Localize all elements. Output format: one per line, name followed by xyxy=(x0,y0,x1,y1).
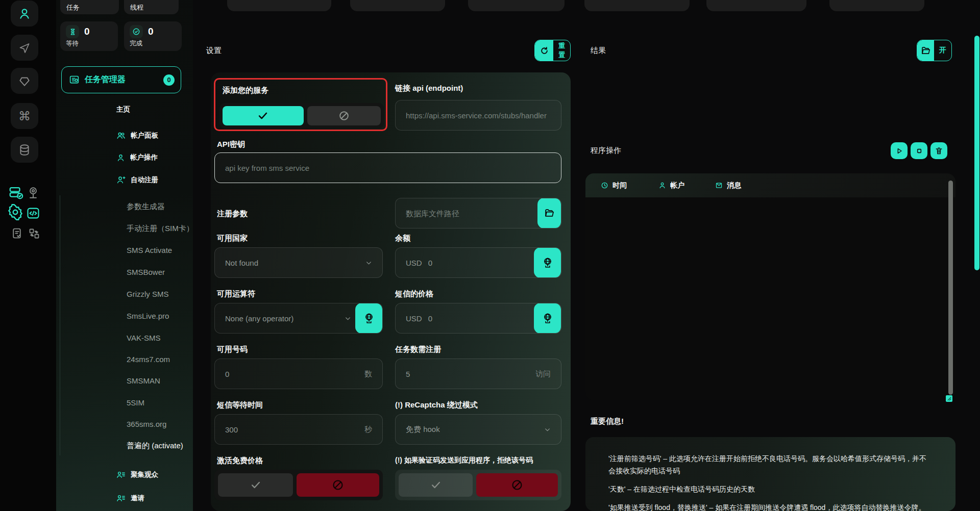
numbers-label: 可用号码 xyxy=(217,345,248,354)
tab-threads[interactable]: 线程 xyxy=(124,0,179,14)
endpoint-input[interactable] xyxy=(406,111,551,120)
numbers-suffix: 数 xyxy=(364,369,372,379)
add-service-toggle xyxy=(219,103,384,129)
operator-refresh-button[interactable] xyxy=(355,303,382,334)
window-tab[interactable] xyxy=(468,0,565,11)
person-icon xyxy=(116,154,125,162)
recaptcha-label: (!) ReCaptcha 绕过模式 xyxy=(395,400,478,410)
resize-grip[interactable] xyxy=(946,395,952,402)
column-account-label: 帐户 xyxy=(670,181,684,190)
play-icon xyxy=(895,147,903,155)
add-service-label: 添加您的服务 xyxy=(223,86,268,95)
window-tab[interactable] xyxy=(584,0,690,11)
reset-icon xyxy=(535,40,553,61)
person-plus-icon xyxy=(116,175,126,185)
app-reject-yes-button[interactable] xyxy=(399,473,473,497)
icon-rail: ⌘ xyxy=(0,0,56,511)
person-icon xyxy=(658,182,666,189)
window-tab[interactable] xyxy=(227,0,331,11)
globe-icon xyxy=(542,257,554,269)
window-scrollbar[interactable] xyxy=(974,36,979,270)
app-reject-no-button[interactable] xyxy=(476,473,558,497)
tasks-req-label: 任务数需注册 xyxy=(395,345,441,354)
folder-icon xyxy=(544,208,555,219)
browse-folder-button[interactable] xyxy=(537,198,561,228)
task-manager-badge: 0 xyxy=(163,74,175,86)
chevron-down-icon xyxy=(365,260,372,266)
operator-label: 可用运算符 xyxy=(217,289,255,299)
column-account: 帐户 xyxy=(658,181,684,190)
program-ops-title: 程序操作 xyxy=(591,146,621,156)
sms-price-value: 0 xyxy=(428,314,530,323)
country-select[interactable]: Not found xyxy=(214,247,383,278)
code-window-icon[interactable] xyxy=(26,206,40,220)
check-icon xyxy=(257,110,268,121)
endpoint-field-wrap xyxy=(395,100,561,131)
window-tab[interactable] xyxy=(706,0,806,11)
webcam-icon[interactable] xyxy=(27,186,40,199)
database-icon[interactable] xyxy=(11,137,38,163)
task-manager-icon xyxy=(69,74,80,85)
sms-wait-label: 短信等待时间 xyxy=(217,400,263,410)
block-icon xyxy=(332,479,344,491)
column-message: 消息 xyxy=(715,181,741,190)
server-check-icon[interactable] xyxy=(8,185,23,200)
sms-wait-suffix: 秒 xyxy=(364,425,372,435)
waiting-count: 0 xyxy=(84,26,90,37)
run-button[interactable] xyxy=(891,142,908,159)
free-price-label: 激活免费价格 xyxy=(217,456,263,466)
tab-tasks-label: 任务 xyxy=(66,3,80,12)
users-list-icon xyxy=(116,470,126,479)
window-tab[interactable] xyxy=(829,0,924,11)
tab-threads-label: 线程 xyxy=(130,3,143,12)
results-table: 时间 帐户 消息 xyxy=(585,173,955,400)
chevron-down-icon xyxy=(345,315,351,322)
numbers-value: 0 xyxy=(225,370,364,378)
open-folder-icon xyxy=(917,40,934,61)
free-price-toggle xyxy=(214,470,383,500)
done-label: 完成 xyxy=(130,39,176,48)
sidebar: 任务 线程 0 等待 0 完成 任务管理器 0 主页 xyxy=(56,0,193,511)
operator-value: None (any operator) xyxy=(225,314,340,323)
task-manager-button[interactable]: 任务管理器 0 xyxy=(61,66,181,93)
command-icon[interactable]: ⌘ xyxy=(11,103,38,129)
done-counter-card: 0 完成 xyxy=(124,21,182,51)
operator-select[interactable]: None (any operator) xyxy=(214,303,383,334)
diamond-icon[interactable] xyxy=(11,68,38,94)
stop-button[interactable] xyxy=(911,142,927,159)
add-service-yes-button[interactable] xyxy=(223,106,304,125)
balance-refresh-button[interactable] xyxy=(534,247,561,278)
sms-wait-value: 300 xyxy=(225,425,364,434)
db-path-field-wrap xyxy=(395,198,561,228)
free-price-yes-button[interactable] xyxy=(218,473,293,497)
hourglass-icon xyxy=(66,25,79,38)
free-price-no-button[interactable] xyxy=(297,473,379,497)
profile-icon[interactable] xyxy=(11,1,38,27)
send-icon[interactable] xyxy=(11,35,38,61)
reset-button[interactable]: 重置 xyxy=(534,40,571,61)
sms-price-refresh-button[interactable] xyxy=(534,303,561,334)
grip-lines-icon xyxy=(947,397,951,401)
clear-button[interactable] xyxy=(930,142,947,159)
app-window: { "accent": "#2ce5c7", "window": { "tab_… xyxy=(0,0,980,511)
stop-icon xyxy=(915,147,923,155)
api-key-input[interactable] xyxy=(225,164,551,172)
gear-icon[interactable] xyxy=(7,204,23,220)
table-scrollbar[interactable] xyxy=(948,181,953,395)
clipboard-check-icon[interactable] xyxy=(11,227,23,240)
settings-form-card: 添加您的服务 链接 api (endpoint) API密钥 注册参数 可用国家… xyxy=(211,72,571,511)
open-results-button[interactable]: 开 xyxy=(917,40,952,61)
db-path-input[interactable] xyxy=(406,209,533,218)
info-paragraph: '如果推送受到 flood，替换推送' – 如果在注册期间推送令牌遭遇 floo… xyxy=(608,501,933,511)
sub-list-guide xyxy=(60,195,60,455)
sms-price-field-wrap: USD 0 xyxy=(395,303,561,334)
users-list-icon xyxy=(116,494,126,503)
info-paragraph: '注册前筛选号码' – 此选项允许在注册开始前拒绝不良电话号码。服务会以哈希值形… xyxy=(608,452,933,477)
swap-boxes-icon[interactable] xyxy=(28,227,40,240)
open-label: 开 xyxy=(934,40,951,61)
add-service-no-button[interactable] xyxy=(307,106,381,125)
recaptcha-select[interactable]: 免费 hook xyxy=(395,414,561,445)
balance-currency: USD xyxy=(406,259,422,267)
tab-tasks[interactable]: 任务 xyxy=(60,0,119,14)
window-tab[interactable] xyxy=(350,0,445,11)
